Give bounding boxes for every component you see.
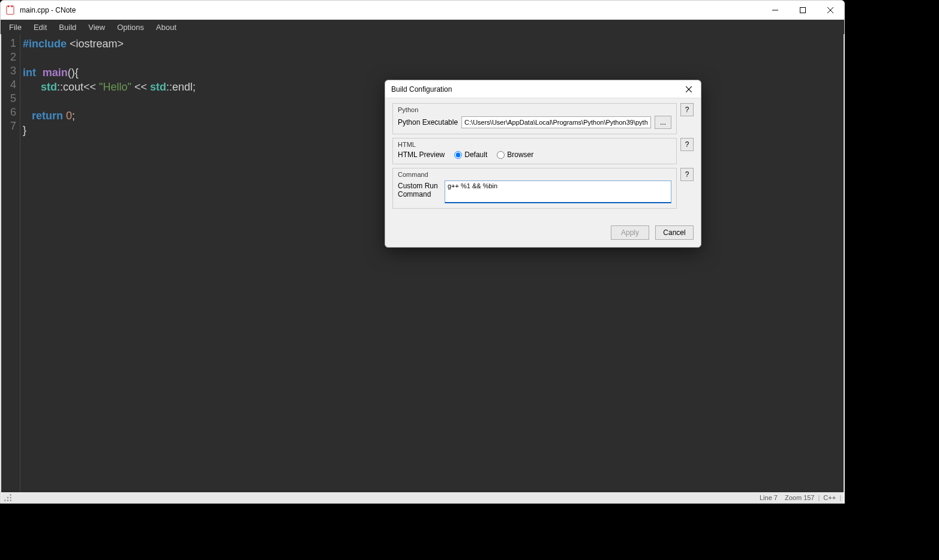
svg-rect-0 [7,6,14,14]
code-token: std [150,81,166,93]
resize-grip-icon [4,493,12,502]
apply-button[interactable]: Apply [611,225,649,240]
line-number: 2 [1,50,20,64]
status-zoom: Zoom 157 [781,494,818,501]
minimize-button[interactable] [761,1,789,20]
group-label: HTML [398,141,671,148]
window-title: main.cpp - CNote [20,6,76,14]
code-token: } [23,124,26,136]
radio-browser-input[interactable] [497,151,505,159]
menubar: File Edit Build View Options About [1,20,844,34]
radio-default-input[interactable] [454,151,462,159]
svg-point-11 [10,497,11,498]
help-button[interactable]: ? [680,138,694,151]
menu-edit[interactable]: Edit [28,22,53,33]
svg-point-7 [4,500,5,501]
svg-rect-2 [11,5,13,7]
svg-point-10 [7,497,8,498]
dialog-title: Build Configuration [385,85,452,94]
code-token: (){ [68,67,79,79]
code-token: ::cout<< [57,81,99,93]
code-token [23,81,41,93]
svg-rect-1 [8,5,9,7]
close-icon [686,86,692,92]
code-token: main [43,67,68,79]
radio-browser[interactable]: Browser [497,150,533,159]
code-token [23,110,32,122]
close-button[interactable] [817,1,844,20]
svg-point-9 [10,500,11,501]
group-label: Python [398,106,671,113]
code-token: << [131,81,150,93]
code-token: #include [23,38,67,50]
line-number: 1 [1,37,20,50]
menu-about[interactable]: About [150,22,182,33]
custom-run-input[interactable]: g++ %1 && %bin [445,180,671,203]
code-token: ::endl; [166,81,196,93]
code-token: <iostream> [67,38,124,50]
build-config-dialog: Build Configuration Python Python Execut… [385,80,701,248]
menu-options[interactable]: Options [111,22,150,33]
python-group: Python Python Executable ... [392,103,677,134]
browse-button[interactable]: ... [655,116,671,129]
gutter: 1 2 3 4 5 6 7 [1,34,20,492]
svg-rect-4 [800,7,806,13]
radio-default[interactable]: Default [454,150,487,159]
python-exec-label: Python Executable [398,118,458,127]
code-token: 0 [66,110,72,122]
svg-point-8 [7,500,8,501]
menu-view[interactable]: View [82,22,111,33]
radio-label: Default [464,150,487,159]
svg-point-12 [10,494,11,495]
custom-run-label: Custom Run Command [398,180,441,198]
line-number: 4 [1,78,20,92]
line-number: 6 [1,106,20,119]
line-number: 5 [1,92,20,106]
code-token: int [23,67,36,79]
status-line: Line 7 [756,494,781,501]
group-label: Command [398,171,671,178]
code-token: return [32,110,63,122]
python-exec-input[interactable] [461,116,651,128]
radio-label: Browser [507,150,533,159]
maximize-button[interactable] [789,1,817,20]
menu-file[interactable]: File [3,22,28,33]
statusbar: Line 7 Zoom 157| C++| [1,492,844,503]
html-preview-label: HTML Preview [398,150,445,159]
app-icon [5,5,15,15]
titlebar[interactable]: main.cpp - CNote [1,1,844,20]
line-number: 3 [1,64,20,78]
code-token: std [41,81,57,93]
menu-build[interactable]: Build [53,22,82,33]
code-token: ; [72,110,75,122]
cancel-button[interactable]: Cancel [655,225,694,240]
help-button[interactable]: ? [680,168,694,181]
status-lang: C++ [820,494,839,501]
line-number: 7 [1,119,20,133]
code-token: "Hello" [99,81,131,93]
dialog-titlebar[interactable]: Build Configuration [385,80,701,98]
command-group: Command Custom Run Command g++ %1 && %bi… [392,168,677,209]
dialog-close-button[interactable] [677,80,701,98]
help-button[interactable]: ? [680,103,694,116]
app-window: main.cpp - CNote File Edit Build View Op… [0,0,845,504]
html-group: HTML HTML Preview Default Browser [392,138,677,164]
